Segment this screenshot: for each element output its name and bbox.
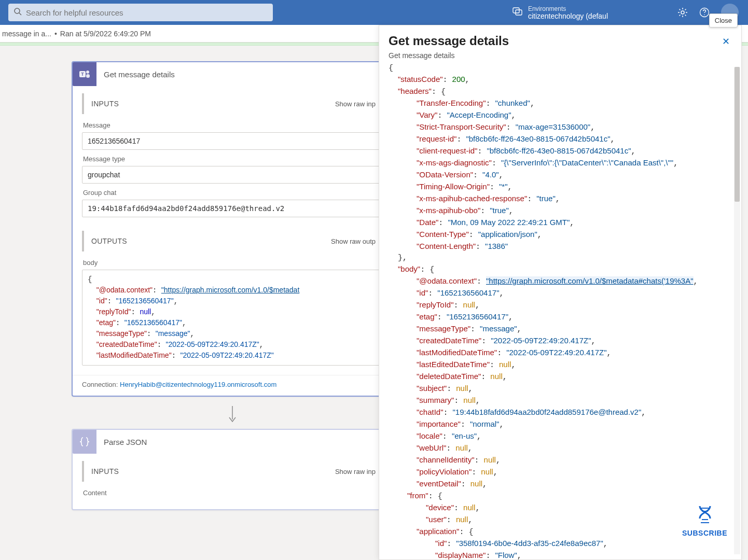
details-panel-title: Get message details <box>389 34 509 48</box>
close-tooltip: Close <box>709 13 738 27</box>
flow-column: T Get message details INPUTS Show raw in… <box>72 61 393 520</box>
top-bar: Environments citizentechnology (defaul <box>0 0 748 25</box>
scrollbar-thumb[interactable] <box>735 67 740 202</box>
action-card-header[interactable]: Parse JSON <box>73 430 392 454</box>
breadcrumb-separator: • <box>54 30 57 38</box>
field-label-message: Message <box>83 121 383 129</box>
environment-icon <box>512 6 523 19</box>
field-label-group-chat: Group chat <box>83 189 383 197</box>
action-card-header[interactable]: T Get message details <box>73 62 392 86</box>
scrollbar[interactable] <box>734 67 740 554</box>
close-icon[interactable]: ✕ <box>720 34 732 49</box>
show-raw-outputs-link[interactable]: Show raw outp <box>331 237 376 245</box>
svg-rect-3 <box>516 10 522 15</box>
environment-picker[interactable]: Environments citizentechnology (defaul <box>512 5 608 20</box>
svg-point-9 <box>86 71 89 74</box>
search-icon <box>13 7 22 18</box>
environment-text: Environments citizentechnology (defaul <box>528 5 608 20</box>
svg-text:T: T <box>81 72 84 77</box>
subscribe-label: SUBSCRIBE <box>682 529 727 537</box>
inputs-title: INPUTS <box>91 467 119 475</box>
teams-icon: T <box>73 62 96 86</box>
breadcrumb-run-time: Ran at 5/9/2022 6:49:20 PM <box>60 30 151 38</box>
environment-label: Environments <box>528 5 608 12</box>
flow-arrow-icon <box>72 406 393 424</box>
connection-row: Connection: HenryHabib@citizentechnology… <box>73 375 392 396</box>
connection-label: Connection: <box>82 381 118 388</box>
outputs-title: OUTPUTS <box>91 237 127 245</box>
field-label-body: body <box>83 259 383 267</box>
svg-point-4 <box>681 11 684 14</box>
details-panel-header: Get message details ✕ <box>379 25 741 51</box>
details-panel: Get message details ✕ Get message detail… <box>379 25 742 560</box>
action-card-body: INPUTS Show raw inp Message 165213656041… <box>73 86 392 375</box>
field-value-message: 1652136560417 <box>82 132 383 150</box>
svg-rect-10 <box>86 74 90 78</box>
inputs-title: INPUTS <box>91 100 119 108</box>
inputs-header: INPUTS Show raw inp <box>82 93 383 114</box>
svg-point-6 <box>704 15 705 16</box>
output-body-json[interactable]: { "@odata.context": "https://graph.micro… <box>82 270 383 366</box>
outputs-header: OUTPUTS Show raw outp <box>82 231 383 251</box>
action-card-body: INPUTS Show raw inp Content <box>73 454 392 509</box>
subscribe-badge[interactable]: SUBSCRIBE <box>682 504 727 537</box>
show-raw-inputs-link[interactable]: Show raw inp <box>335 468 376 475</box>
breadcrumb-flow-name[interactable]: message in a... <box>2 30 51 38</box>
action-card-title: Parse JSON <box>104 438 147 446</box>
inputs-header: INPUTS Show raw inp <box>82 461 383 482</box>
details-panel-subtitle: Get message details <box>379 51 741 63</box>
svg-point-0 <box>15 8 20 13</box>
action-card-get-message-details[interactable]: T Get message details INPUTS Show raw in… <box>72 61 393 397</box>
svg-rect-2 <box>513 8 519 13</box>
show-raw-inputs-link[interactable]: Show raw inp <box>335 100 376 108</box>
help-icon[interactable] <box>699 7 710 18</box>
field-label-message-type: Message type <box>83 155 383 163</box>
connection-link[interactable]: HenryHabib@citizentechnology119.onmicros… <box>120 381 276 388</box>
action-card-parse-json[interactable]: Parse JSON INPUTS Show raw inp Content <box>72 429 393 510</box>
environment-value: citizentechnology (defaul <box>528 12 608 20</box>
svg-line-1 <box>19 13 21 15</box>
search-box[interactable] <box>8 4 273 21</box>
field-value-group-chat: 19:44b18fafd6d94aa2bd0f24add859176e@thre… <box>82 200 383 217</box>
action-card-title: Get message details <box>104 70 175 79</box>
details-panel-json[interactable]: { "statusCode": 200, "headers": { "Trans… <box>379 63 741 559</box>
field-value-message-type: groupchat <box>82 166 383 184</box>
dna-icon <box>682 504 727 527</box>
gear-icon[interactable] <box>677 7 688 18</box>
search-input[interactable] <box>26 8 268 17</box>
data-operation-icon <box>73 430 96 454</box>
field-label-content: Content <box>83 489 383 497</box>
